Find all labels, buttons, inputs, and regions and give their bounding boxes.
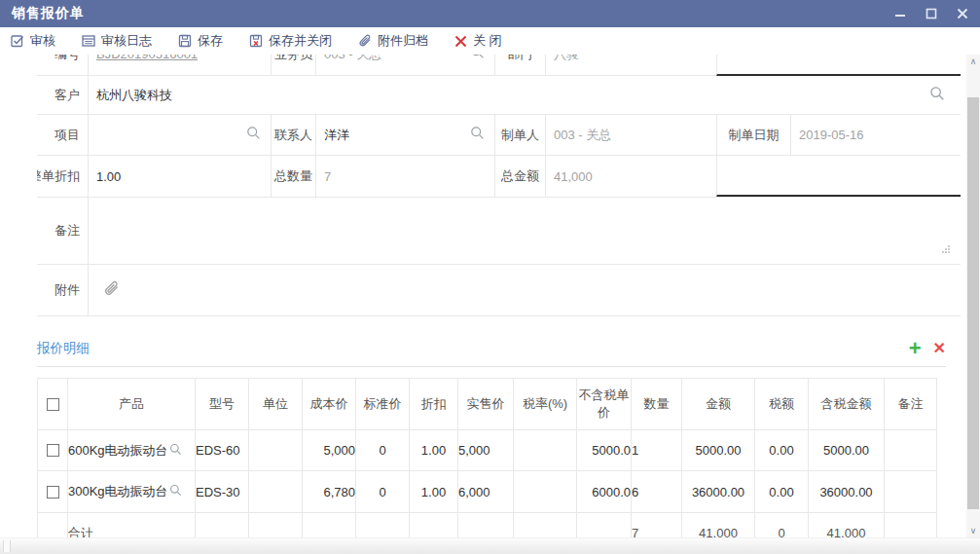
- row-checkbox[interactable]: [47, 444, 59, 457]
- customer-field[interactable]: 杭州八骏科技: [88, 76, 961, 114]
- search-icon[interactable]: [470, 126, 485, 144]
- create-date-value: 2019-05-16: [791, 128, 864, 142]
- maximize-icon[interactable]: [926, 8, 937, 19]
- product-cell[interactable]: 300Kg电动振动台: [68, 471, 196, 513]
- customer-row: 客户 杭州八骏科技: [37, 76, 961, 115]
- discount-field[interactable]: 1.00: [88, 156, 271, 197]
- row-select-cell: [38, 471, 68, 513]
- col-tax-rate: 税率(%): [514, 379, 577, 430]
- col-total-amount: 含税金额: [809, 379, 885, 430]
- creator-field[interactable]: 003 - 关总: [545, 115, 716, 155]
- scrollbar-thumb[interactable]: [967, 97, 979, 509]
- scroll-down-icon[interactable]: ∨: [966, 524, 980, 537]
- std-price-cell[interactable]: 0: [356, 471, 410, 513]
- quotation-form: 编号 BJD20190516001 业务员 003 - 关总 部门 八骏 客户 …: [37, 55, 961, 316]
- save-icon: [177, 33, 193, 49]
- tax-rate-cell[interactable]: [514, 471, 577, 513]
- product-name: 300Kg电动振动台: [68, 483, 168, 500]
- attachment-archive-label: 附件归档: [378, 32, 428, 50]
- remark-cell[interactable]: [885, 471, 937, 513]
- minimize-icon[interactable]: [894, 8, 906, 19]
- remark-cell[interactable]: [885, 430, 937, 471]
- resize-grip-icon[interactable]: [941, 240, 951, 258]
- discount-cell[interactable]: 1.00: [410, 471, 458, 513]
- close-button[interactable]: 关 闭: [454, 32, 502, 50]
- horizontal-scrollbar[interactable]: [0, 537, 980, 554]
- audit-log-button[interactable]: 审核日志: [81, 32, 152, 50]
- product-name: 600Kg电动振动台: [68, 442, 168, 460]
- tax-cell[interactable]: 0.00: [755, 471, 809, 513]
- discount-row-empty-field[interactable]: [716, 156, 961, 197]
- save-and-close-button[interactable]: 保存并关闭: [248, 32, 332, 50]
- total-amount-cell[interactable]: 36000.00: [809, 471, 885, 513]
- save-label: 保存: [198, 32, 223, 50]
- qty-cell[interactable]: 1: [632, 430, 682, 471]
- col-model: 型号: [196, 379, 249, 430]
- tax-rate-cell[interactable]: [514, 430, 577, 471]
- dept-label: 部门: [494, 55, 545, 76]
- paperclip-icon[interactable]: [102, 279, 121, 302]
- discount-cell[interactable]: 1.00: [410, 430, 458, 471]
- number-value[interactable]: BJD20190516001: [96, 55, 198, 61]
- qty-cell[interactable]: 6: [632, 471, 682, 513]
- amount-cell[interactable]: 5000.00: [682, 430, 755, 471]
- clipped-empty-field[interactable]: [716, 55, 961, 76]
- detail-table: 产品 型号 单位 成本价 标准价 折扣 实售价 税率(%) 不含税单价 数量 金…: [37, 378, 937, 537]
- add-row-icon[interactable]: +: [909, 338, 922, 359]
- attachment-archive-button[interactable]: 附件归档: [357, 32, 428, 50]
- audit-log-icon: [81, 33, 96, 49]
- total-qty-field[interactable]: 7: [315, 156, 494, 197]
- save-and-close-icon: [248, 33, 264, 49]
- search-icon[interactable]: [929, 86, 945, 105]
- table-row: 300Kg电动振动台 EDS-30 6,780 0 1.00 6,000 600…: [38, 471, 937, 513]
- toolbar: 审核 审核日志 保存 保存并关闭 附件归档: [0, 27, 980, 55]
- attachment-row: 附件: [37, 265, 961, 316]
- project-field[interactable]: [88, 115, 271, 155]
- cost-cell[interactable]: 6,780: [303, 471, 356, 513]
- header-row: 产品 型号 单位 成本价 标准价 折扣 实售价 税率(%) 不含税单价 数量 金…: [38, 379, 937, 430]
- create-date-field[interactable]: 2019-05-16: [790, 115, 961, 155]
- cost-cell[interactable]: 5,000: [303, 430, 356, 471]
- tax-cell[interactable]: 0.00: [755, 430, 809, 471]
- close-icon[interactable]: [957, 8, 968, 19]
- product-cell[interactable]: 600Kg电动振动台: [68, 430, 196, 471]
- no-tax-price-cell[interactable]: 5000.0: [577, 430, 632, 471]
- total-amount-field[interactable]: 41,000: [545, 156, 716, 197]
- col-tax: 税额: [755, 379, 809, 430]
- search-icon[interactable]: [169, 443, 182, 459]
- titlebar: 销售报价单: [0, 0, 980, 27]
- vertical-scrollbar[interactable]: ∧ ∨: [966, 55, 980, 537]
- dept-field[interactable]: 八骏: [545, 55, 716, 76]
- model-cell[interactable]: EDS-60: [196, 430, 249, 471]
- total-amount-sum-cell: 41,000: [682, 513, 755, 538]
- number-field[interactable]: BJD20190516001: [88, 55, 271, 76]
- save-button[interactable]: 保存: [177, 32, 223, 50]
- horizontal-scrollbar-thumb[interactable]: [3, 540, 11, 552]
- select-all-checkbox[interactable]: [47, 398, 59, 411]
- total-amount-cell[interactable]: 5000.00: [809, 430, 885, 471]
- audit-button[interactable]: 审核: [10, 32, 55, 50]
- model-cell[interactable]: EDS-30: [196, 471, 249, 513]
- std-price-cell[interactable]: 0: [356, 430, 410, 471]
- search-icon[interactable]: [169, 484, 182, 499]
- form-content: 编号 BJD20190516001 业务员 003 - 关总 部门 八骏 客户 …: [0, 55, 980, 537]
- creator-value: 003 - 关总: [546, 127, 611, 144]
- sell-price-cell[interactable]: 6,000: [458, 471, 514, 513]
- sell-price-cell[interactable]: 5,000: [458, 430, 514, 471]
- scroll-up-icon[interactable]: ∧: [966, 55, 980, 68]
- unit-cell[interactable]: [249, 471, 303, 513]
- creator-label: 制单人: [494, 115, 545, 155]
- no-tax-price-cell[interactable]: 6000.0: [577, 471, 632, 513]
- remark-field[interactable]: [88, 198, 961, 264]
- delete-row-icon[interactable]: ✕: [933, 341, 946, 356]
- unit-cell[interactable]: [249, 430, 303, 471]
- col-amount: 金额: [682, 379, 755, 430]
- search-icon[interactable]: [246, 126, 261, 144]
- contact-field[interactable]: 洋洋: [315, 115, 494, 155]
- row-checkbox[interactable]: [47, 486, 59, 499]
- search-icon[interactable]: [470, 55, 485, 63]
- salesman-field[interactable]: 003 - 关总: [315, 55, 494, 76]
- amount-cell[interactable]: 36000.00: [682, 471, 755, 513]
- discount-value: 1.00: [89, 169, 121, 184]
- close-label: 关 闭: [473, 32, 502, 50]
